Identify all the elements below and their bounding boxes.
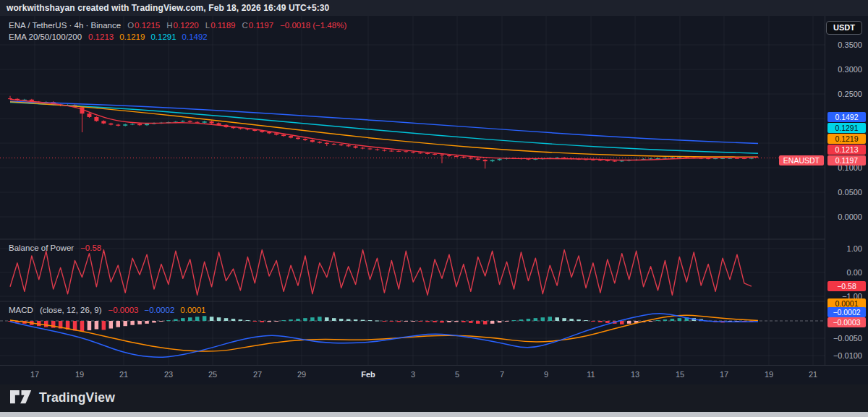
- ema-value: 0.1219: [119, 33, 145, 41]
- bottom-scroll-strip: [0, 412, 868, 417]
- ema-value: 0.1291: [150, 33, 176, 41]
- axis-tick: 0.2500: [838, 90, 862, 98]
- time-tick: 29: [297, 370, 306, 379]
- time-tick: 21: [809, 370, 817, 379]
- macd-value: 0.0001: [180, 306, 205, 314]
- macd-params: (close, 12, 26, 9): [40, 306, 102, 314]
- time-tick: 13: [631, 370, 639, 379]
- macd-title[interactable]: MACD: [9, 306, 33, 314]
- time-tick: 19: [765, 370, 773, 379]
- bop-legend: Balance of Power −0.58: [9, 244, 101, 252]
- axis-tick: 1.00: [847, 244, 862, 253]
- axis-tick: 0.3500: [838, 40, 862, 49]
- axis-tick: −0.0050: [833, 334, 862, 343]
- time-tick: 27: [253, 370, 262, 379]
- axis-tick: 0.0500: [838, 188, 862, 197]
- price-label: 0.1219: [827, 134, 866, 144]
- time-tick: 15: [676, 370, 684, 379]
- tradingview-brand-link[interactable]: TradingView: [10, 390, 115, 405]
- axis-tick: −0.0100: [833, 351, 862, 360]
- bop-value: −0.58: [80, 244, 101, 252]
- bop-title[interactable]: Balance of Power: [9, 244, 74, 252]
- currency-toggle-button[interactable]: USDT: [826, 21, 862, 35]
- time-tick: 11: [587, 370, 595, 379]
- ema-value: 0.1213: [88, 33, 114, 41]
- macd-values: −0.0003−0.00020.0001: [109, 306, 206, 314]
- tradingview-snapshot: workwithshayan created with TradingView.…: [0, 0, 868, 417]
- price-label: 0.1213: [827, 145, 866, 155]
- price-label: −0.58: [827, 281, 866, 291]
- ohlc-item: O0.1215: [127, 21, 160, 30]
- axis-tick: 0.00: [847, 268, 862, 277]
- time-tick: 23: [164, 370, 173, 379]
- ema-values: 0.12130.12190.12910.1492: [88, 33, 208, 41]
- macd-value: −0.0002: [144, 306, 174, 314]
- chart-area: ENA / TetherUS · 4h · Binance O0.1215H0.…: [0, 16, 868, 384]
- time-axis[interactable]: 17192123252729Feb3579111315171921: [0, 365, 868, 384]
- ohlc-item: C0.1197: [242, 21, 274, 30]
- symbol-title[interactable]: ENA / TetherUS · 4h · Binance: [9, 21, 121, 30]
- ema-value: 0.1492: [182, 33, 208, 41]
- brand-text: TradingView: [39, 390, 115, 405]
- attribution-bar: workwithshayan created with TradingView.…: [0, 0, 868, 16]
- ohlc-item: L0.1189: [205, 21, 236, 30]
- time-tick: 17: [30, 370, 39, 379]
- time-tick: 3: [411, 370, 415, 379]
- price-scale[interactable]: 0.35000.30000.25000.10000.05000.00001.00…: [825, 16, 868, 384]
- axis-tick: 0.3000: [838, 65, 862, 74]
- price-label: 0.1197: [827, 155, 866, 165]
- time-tick: Feb: [361, 370, 375, 379]
- time-tick: 19: [75, 370, 84, 379]
- time-tick: 9: [544, 370, 548, 379]
- tradingview-logo-icon: [10, 390, 33, 405]
- symbol-legend: ENA / TetherUS · 4h · Binance O0.1215H0.…: [9, 21, 346, 30]
- ohlc-values: O0.1215H0.1220L0.1189C0.1197: [127, 21, 273, 30]
- time-tick: 5: [455, 370, 459, 379]
- ema-title[interactable]: EMA 20/50/100/200: [9, 33, 82, 41]
- price-label: −0.0002: [827, 307, 866, 317]
- macd-legend: MACD (close, 12, 26, 9) −0.0003−0.00020.…: [9, 306, 206, 314]
- time-tick: 25: [208, 370, 217, 379]
- axis-tick: 0.0000: [838, 212, 862, 221]
- attribution-text: workwithshayan created with TradingView.…: [7, 3, 329, 13]
- time-tick: 21: [119, 370, 128, 379]
- macd-value: −0.0003: [109, 306, 139, 314]
- change-value: −0.0018 (−1.48%): [280, 21, 346, 30]
- symbol-price-tag: ENAUSDT: [779, 155, 824, 165]
- price-label: 0.1291: [827, 123, 866, 133]
- ohlc-item: H0.1220: [166, 21, 199, 30]
- time-tick: 17: [720, 370, 728, 379]
- ema-legend: EMA 20/50/100/200 0.12130.12190.12910.14…: [9, 33, 208, 41]
- price-label: −0.0003: [827, 317, 866, 327]
- price-label: 0.1492: [827, 112, 866, 122]
- time-tick: 7: [500, 370, 504, 379]
